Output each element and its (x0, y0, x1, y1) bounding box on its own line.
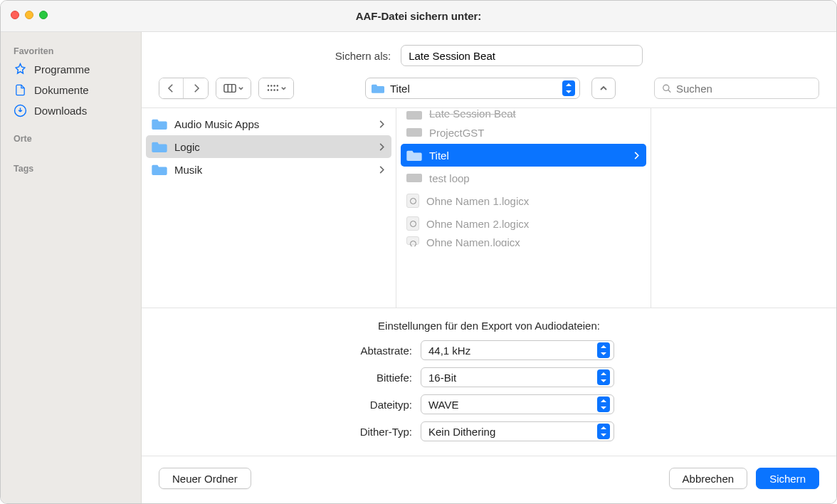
stepper-icon (597, 369, 610, 385)
sidebar: Favoriten Programme Dokumente Downloads … (1, 32, 142, 503)
downloads-icon (14, 104, 27, 117)
file-row[interactable]: Ohne Namen 2.logicx (401, 212, 646, 235)
file-type-popup[interactable]: WAVE (421, 394, 614, 414)
document-icon (14, 83, 27, 97)
cancel-button[interactable]: Abbrechen (669, 468, 748, 489)
logic-file-icon (406, 216, 419, 231)
folder-icon (406, 149, 422, 161)
chevron-right-icon (379, 141, 384, 153)
browser-column-1: Audio Music Apps Logic Musik (142, 108, 396, 308)
svg-point-6 (267, 89, 268, 90)
folder-icon (152, 141, 167, 152)
sidebar-item-label: Programme (34, 63, 90, 75)
file-browser: Audio Music Apps Logic Musik (142, 107, 836, 308)
minimize-window-button[interactable] (25, 11, 33, 19)
folder-row[interactable]: Audio Music Apps (146, 112, 391, 135)
browser-toolbar: Titel (142, 73, 836, 107)
file-row[interactable]: Ohne Namen 1.logicx (401, 189, 646, 212)
sidebar-item-label: Dokumente (34, 84, 89, 96)
row-label: Ohne Namen 1.logicx (426, 195, 529, 207)
row-label: Musik (174, 164, 202, 176)
window-title: AAF-Datei sichern unter: (356, 10, 482, 22)
sample-rate-label: Abtastrate: (213, 345, 412, 357)
svg-rect-1 (223, 85, 235, 93)
view-mode-columns[interactable] (216, 78, 251, 99)
sidebar-item-downloads[interactable]: Downloads (1, 100, 141, 121)
sidebar-item-documents[interactable]: Dokumente (1, 80, 141, 100)
location-label: Titel (390, 83, 557, 95)
folder-icon (152, 164, 167, 175)
popup-value: Kein Dithering (428, 426, 611, 438)
svg-point-7 (270, 89, 272, 90)
file-row-partial[interactable]: Late Session Beat (401, 108, 646, 121)
titlebar: AAF-Datei sichern unter: (1, 1, 836, 32)
view-options-button[interactable] (258, 78, 294, 99)
popup-value: WAVE (428, 399, 611, 411)
save-dialog-window: AAF-Datei sichern unter: Favoriten Progr… (0, 0, 837, 504)
chevron-right-icon (379, 118, 384, 130)
file-type-label: Dateityp: (213, 399, 412, 411)
save-as-label: Sichern als: (335, 50, 391, 62)
browser-column-3 (651, 108, 836, 308)
collapse-button[interactable] (591, 78, 616, 99)
save-button[interactable]: Sichern (756, 468, 819, 489)
sidebar-item-applications[interactable]: Programme (1, 59, 141, 80)
export-settings: Einstellungen für den Export von Audioda… (142, 308, 836, 456)
dither-type-popup[interactable]: Kein Dithering (421, 421, 614, 441)
dither-type-label: Dither-Typ: (213, 426, 412, 438)
popup-value: 16-Bit (428, 372, 611, 384)
file-row[interactable]: test loop (401, 167, 646, 189)
browser-column-2: Late Session Beat ProjectGST Titel test … (396, 108, 651, 308)
main-panel: Sichern als: (142, 32, 836, 503)
save-as-input[interactable] (401, 45, 643, 66)
svg-point-2 (267, 85, 268, 86)
svg-point-9 (276, 89, 278, 90)
folder-row[interactable]: Logic (146, 135, 391, 158)
settings-title: Einstellungen für den Export von Audioda… (142, 320, 836, 332)
search-icon (662, 83, 672, 94)
row-label: test loop (429, 172, 470, 184)
stepper-icon (597, 342, 610, 358)
dialog-footer: Neuer Ordner Abbrechen Sichern (142, 456, 836, 503)
nav-back-button[interactable] (159, 78, 184, 98)
folder-row[interactable]: Musik (146, 158, 391, 181)
folder-icon (152, 118, 167, 130)
sidebar-section-locations: Orte (1, 130, 141, 147)
new-folder-button[interactable]: Neuer Ordner (159, 468, 251, 489)
svg-point-5 (276, 85, 278, 86)
folder-icon (372, 83, 384, 93)
nav-forward-button[interactable] (184, 78, 208, 98)
row-label: ProjectGST (429, 127, 485, 139)
svg-point-3 (270, 85, 272, 86)
sidebar-section-favorites: Favoriten (1, 42, 141, 59)
stepper-icon (597, 397, 610, 412)
search-input[interactable] (676, 83, 811, 95)
project-icon (406, 111, 422, 120)
sample-rate-popup[interactable]: 44,1 kHz (421, 340, 614, 360)
logic-file-icon (406, 194, 419, 208)
applications-icon (14, 63, 27, 76)
project-icon (406, 174, 422, 182)
svg-point-8 (273, 89, 275, 90)
bit-depth-label: Bittiefe: (213, 372, 412, 384)
row-label: Late Session Beat (429, 108, 516, 120)
nav-back-forward (159, 78, 209, 99)
close-window-button[interactable] (11, 11, 19, 19)
sidebar-section-tags: Tags (1, 159, 141, 177)
location-popup[interactable]: Titel (365, 78, 580, 99)
project-icon (406, 128, 422, 137)
folder-row[interactable]: Titel (401, 144, 646, 167)
window-controls (11, 11, 48, 19)
row-label: Audio Music Apps (174, 118, 259, 130)
bit-depth-popup[interactable]: 16-Bit (421, 367, 614, 387)
zoom-window-button[interactable] (39, 11, 48, 19)
file-row[interactable]: ProjectGST (401, 121, 646, 144)
logic-file-icon (406, 236, 419, 245)
file-row-partial[interactable]: Ohne Namen.logicx (401, 235, 646, 246)
row-label: Ohne Namen 2.logicx (426, 218, 529, 230)
search-field[interactable] (654, 78, 819, 99)
row-label: Titel (429, 149, 449, 162)
popup-value: 44,1 kHz (428, 345, 611, 357)
svg-point-10 (663, 85, 669, 90)
sidebar-item-label: Downloads (34, 105, 87, 117)
